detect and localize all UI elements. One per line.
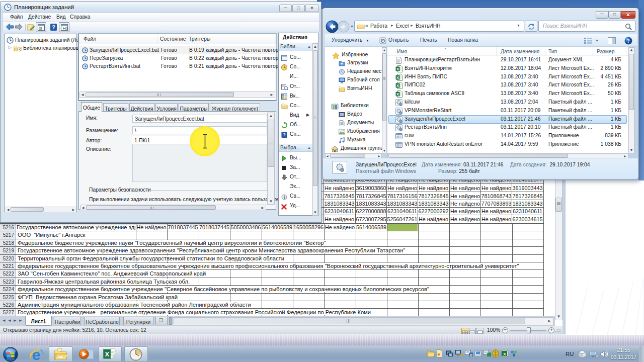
svg-text:X: X (396, 67, 399, 71)
svg-text:?: ? (627, 38, 630, 44)
svg-text:X: X (503, 352, 506, 356)
svg-text:X: X (396, 83, 399, 88)
svg-text:X: X (396, 92, 399, 97)
svg-text:⟨⟩: ⟨⟩ (397, 61, 399, 64)
svg-text:X: X (396, 75, 399, 80)
svg-text:?: ? (52, 24, 55, 30)
svg-text:?: ? (283, 132, 285, 137)
svg-text:X: X (105, 350, 110, 358)
svg-text:@: @ (469, 353, 472, 356)
